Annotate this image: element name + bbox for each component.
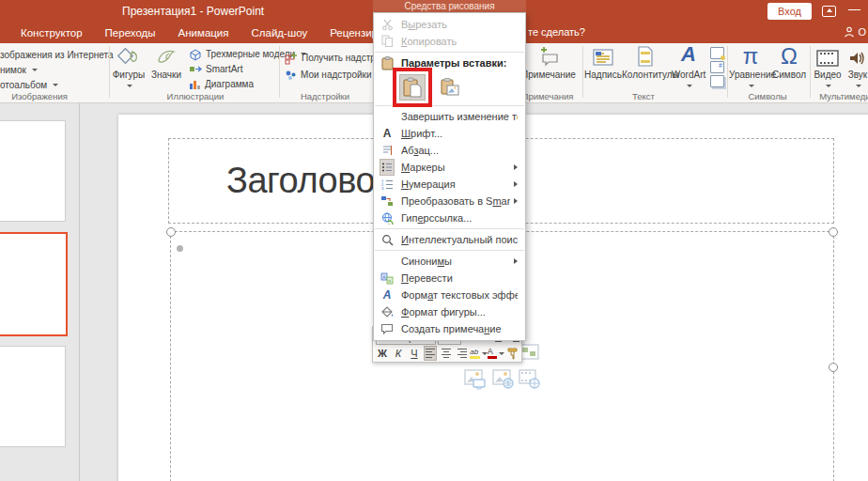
menu-item-hyperlink[interactable]: Гиперссылка...: [374, 209, 525, 226]
ribbon-btn-smartart[interactable]: SmartArt: [189, 62, 242, 76]
textbox-icon: [593, 48, 613, 67]
ribbon-tab[interactable]: Конструктор: [9, 23, 94, 43]
pane-divider[interactable]: [79, 103, 80, 481]
video-label: Видео: [814, 70, 841, 80]
ribbon-btn-screenshot[interactable]: нимок: [0, 63, 38, 77]
insert-picture-icon[interactable]: [464, 369, 487, 390]
align-left-button[interactable]: [424, 346, 437, 361]
insert-video-icon[interactable]: [519, 369, 541, 390]
smartart-label: SmartArt: [206, 64, 242, 74]
format-painter-button[interactable]: [505, 346, 519, 361]
smartart-icon: [380, 194, 395, 209]
resize-handle-top-right[interactable]: [829, 227, 838, 237]
group-label-symbols: Символы: [729, 91, 806, 101]
align-right-button[interactable]: [456, 346, 469, 361]
ribbon-btn-symbol[interactable]: Ω Символ: [772, 44, 806, 80]
dove-icon: [155, 46, 178, 67]
bullet-point: [177, 245, 183, 252]
align-center-button[interactable]: [440, 346, 453, 361]
ribbon-btn-new-comment[interactable]: Примечание: [519, 44, 578, 80]
object-icon[interactable]: [710, 75, 724, 87]
slide-thumbnail-3[interactable]: [0, 346, 66, 447]
online-pictures-label: зображения из Интернета: [0, 50, 113, 60]
align-center-icon: [442, 347, 451, 360]
ribbon-btn-photo-album[interactable]: отоальбом: [0, 78, 58, 92]
submenu-arrow-icon: [514, 258, 518, 264]
link-icon: [380, 211, 395, 225]
group-label-text: Текст: [601, 91, 686, 101]
menu-item-translate[interactable]: AяПеревести: [374, 270, 525, 287]
font-color-icon: А: [488, 348, 497, 359]
ribbon-btn-online-pictures[interactable]: зображения из Интернета: [0, 48, 113, 62]
ribbon-tab[interactable]: Переходы: [94, 23, 167, 43]
submenu-arrow-icon: [514, 181, 518, 187]
ribbon-tab[interactable]: Анимация: [167, 23, 240, 43]
ribbon-btn-equation[interactable]: π Уравнение: [729, 44, 772, 90]
ribbon-btn-textbox[interactable]: Надпись: [584, 44, 622, 80]
menu-item-format-shape[interactable]: Формат фигуры...: [374, 303, 525, 320]
wordart-icon: A: [681, 42, 696, 67]
screenshot-label: нимок: [0, 65, 26, 75]
minimize-button[interactable]: —: [848, 2, 860, 16]
date-time-icon[interactable]: [710, 47, 724, 59]
italic-button[interactable]: К: [392, 346, 405, 361]
resize-handle-top-left[interactable]: [166, 227, 176, 237]
menu-item-exit-text-edit[interactable]: Завершить изменение текста: [374, 108, 525, 125]
contextual-tab-drawing-tools[interactable]: Средства рисования: [373, 0, 526, 13]
group-separator: [810, 46, 811, 98]
menu-separator: [375, 52, 524, 53]
menu-item-new-comment[interactable]: Создать примечание: [374, 320, 525, 337]
models-label: Трехмерные модели: [206, 49, 295, 59]
photo-album-label: отоальбом: [0, 80, 47, 90]
font-color-button[interactable]: А: [488, 346, 503, 361]
ribbon-btn-icons[interactable]: Значки: [147, 44, 185, 80]
get-addins-icon: [285, 52, 298, 65]
slide-number-icon[interactable]: #: [710, 61, 724, 73]
ribbon-btn-my-addins[interactable]: Мои надстройки: [285, 68, 383, 82]
new-comment-label: Примечание: [521, 70, 576, 80]
group-label-addins: Надстройки: [285, 91, 365, 101]
film-icon: [816, 50, 839, 67]
menu-item-convert-smartart[interactable]: Преобразовать в SmartArt: [374, 193, 525, 209]
brush-icon: [507, 348, 518, 360]
bullets-icon: [380, 161, 395, 175]
ribbon-btn-audio[interactable]: Звук: [844, 44, 868, 90]
bold-button[interactable]: Ж: [376, 346, 389, 361]
group-label-images: Изображения: [0, 91, 79, 101]
numbering-icon: 123: [380, 178, 395, 192]
ribbon-btn-wordart[interactable]: A WordArt: [669, 44, 708, 90]
sign-in-button[interactable]: Вход: [767, 3, 812, 20]
smartart-icon: [189, 64, 202, 75]
ribbon-btn-shapes[interactable]: Фигуры: [110, 44, 147, 90]
chevron-down-icon: [826, 85, 831, 87]
my-addins-icon: [285, 70, 297, 81]
equation-label: Уравнение: [729, 70, 776, 80]
chart-label: Диаграмма: [205, 79, 254, 89]
chevron-down-icon: [687, 85, 692, 87]
paste-options-row: [374, 71, 525, 103]
insert-online-picture-icon[interactable]: [492, 369, 515, 390]
menu-item-paragraph[interactable]: Абзац...: [374, 142, 525, 159]
menu-item-format-text-effects[interactable]: AФормат текстовых эффектов...: [374, 287, 525, 303]
underline-button[interactable]: Ч: [408, 346, 421, 361]
group-separator: [279, 46, 280, 98]
copy-icon: [380, 35, 395, 49]
slide-thumbnail-1[interactable]: [0, 120, 66, 222]
resize-handle-right-middle[interactable]: [829, 363, 838, 372]
ribbon-btn-header-footer[interactable]: Колонтитулы: [622, 44, 669, 80]
cut-icon: [380, 18, 395, 32]
paste-as-picture-button[interactable]: [437, 74, 463, 101]
window-title: Презентация1 - PowerPoint: [122, 5, 264, 18]
menu-item-font[interactable]: AШрифт...: [374, 125, 525, 142]
paste-keep-formatting-button[interactable]: [399, 74, 426, 101]
ribbon-btn-video[interactable]: Видео: [812, 44, 844, 90]
ribbon-btn-chart[interactable]: Диаграмма: [189, 77, 254, 91]
menu-item-bullets[interactable]: Маркеры: [374, 159, 525, 176]
menu-item-synonyms[interactable]: Синонимы: [374, 253, 525, 270]
ribbon-display-options-icon[interactable]: [822, 6, 836, 17]
ribbon-tab[interactable]: Слайд-шоу: [240, 23, 319, 43]
menu-item-smart-lookup[interactable]: Интеллектуальный поиск: [374, 231, 525, 248]
slide-thumbnail-2-selected[interactable]: [0, 232, 68, 336]
highlight-color-button[interactable]: ab: [472, 346, 486, 361]
menu-item-numbering[interactable]: 123Нумерация: [374, 176, 525, 193]
